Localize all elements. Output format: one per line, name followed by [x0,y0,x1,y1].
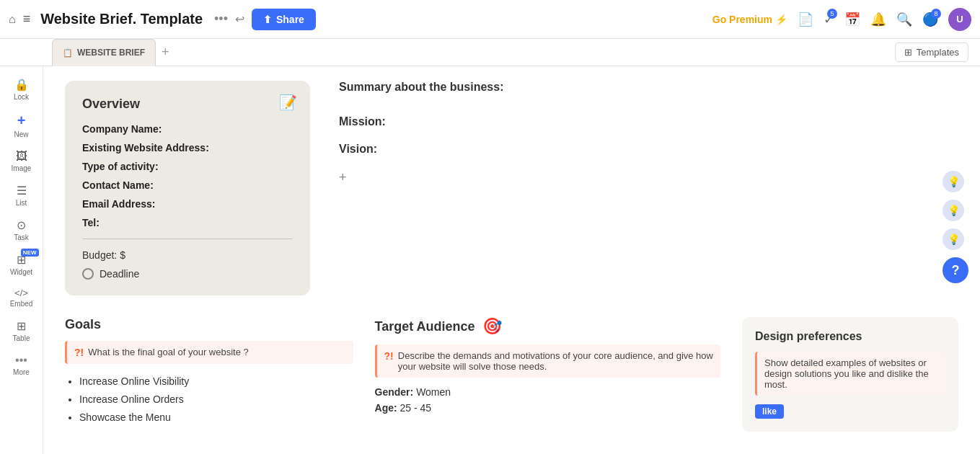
lock-icon: 🔒 [14,78,29,92]
more-icon: ••• [15,354,27,367]
mission-label: Mission: [339,115,958,128]
overview-website: Existing Website Address: [82,142,293,153]
overview-deadline: Deadline [82,268,293,280]
list-item: Showcase the Menu [79,409,353,427]
bell-icon[interactable]: 🔔 [870,12,886,27]
sidebar-item-list[interactable]: ☰ List [3,179,40,211]
overview-email: Email Address: [82,198,293,210]
main-layout: 🔒 Lock + New 🖼 Image ☰ List ⊙ Task NEW ⊞… [0,66,980,454]
business-summary-section: Summary about the business: Mission: Vis… [310,81,958,317]
edit-icon[interactable]: 📝 [279,94,297,111]
top-section: Overview 📝 Company Name: Existing Websit… [65,81,958,317]
current-tab[interactable]: 📋 WEBSITE BRIEF [52,39,156,66]
list-icon: ☰ [17,184,27,197]
share-button[interactable]: ⬆ Share [252,9,316,30]
undo-icon[interactable]: ↩ [235,12,244,26]
vision-label: Vision: [339,143,958,156]
menu-icon[interactable]: ≡ [23,12,31,27]
tag-like[interactable]: like [755,404,784,419]
sidebar-item-embed[interactable]: </> Embed [3,283,40,312]
document-title: Website Brief. Template [40,11,203,27]
tabbar: 📋 WEBSITE BRIEF + ⊞ Templates [0,39,980,66]
overview-company: Company Name: [82,123,293,135]
target-icon: 🎯 [482,317,502,336]
task-icon: ⊙ [17,218,26,232]
goals-section: Goals ?! What is the final goal of your … [65,317,353,432]
document-icon[interactable]: 📄 [798,12,813,27]
sidebar-item-more[interactable]: ••• More [3,350,40,380]
mission-section: Mission: [339,115,958,128]
topbar: ⌂ ≡ Website Brief. Template ••• ↩ ⬆ Shar… [0,0,980,39]
add-tab-button[interactable]: + [162,45,169,60]
radio-deadline[interactable] [82,268,94,280]
target-age: Age: 25 - 45 [375,402,720,414]
tab-icon: 📋 [63,48,73,58]
sidebar-item-lock[interactable]: 🔒 Lock [3,74,40,105]
embed-icon: </> [14,288,28,298]
overview-card: Overview 📝 Company Name: Existing Websit… [65,81,310,295]
hint-icon2: ?! [384,350,394,362]
overview-title: Overview [82,97,293,112]
floating-btn-3[interactable]: 💡 [943,228,964,250]
table-icon: ⊞ [17,319,26,333]
sidebar-item-widget[interactable]: NEW ⊞ Widget [3,249,40,280]
left-sidebar: 🔒 Lock + New 🖼 Image ☰ List ⊙ Task NEW ⊞… [0,66,43,454]
goals-list: Increase Online Visibility Increase Onli… [65,373,353,427]
divider [82,239,293,239]
calendar-icon[interactable]: 📅 [844,12,860,27]
floating-buttons: 💡 💡 💡 ? [943,171,968,283]
lightning-icon: ⚡ [775,14,787,25]
summary-title: Summary about the business: [339,81,958,94]
help-button[interactable]: ? [943,257,968,283]
sidebar-item-image[interactable]: 🖼 Image [3,146,40,177]
design-hint-box: Show detailed examples of websites or de… [755,352,945,396]
add-content-button[interactable]: + [339,170,347,184]
notification-icon[interactable]: 🔵 8 [922,12,938,27]
floating-btn-2[interactable]: 💡 [943,200,964,221]
target-title: Target Audience 🎯 [375,317,720,336]
design-title: Design preferences [755,330,945,343]
image-icon: 🖼 [16,150,27,163]
goals-title: Goals [65,317,353,332]
templates-button[interactable]: ⊞ Templates [895,43,968,62]
list-item: Increase Online Visibility [79,373,353,391]
search-icon[interactable]: 🔍 [896,12,912,27]
new-badge: NEW [21,249,39,257]
target-hint-box: ?! Describe the demands and motivations … [375,344,720,378]
sidebar-item-new[interactable]: + New [3,108,40,143]
bottom-section: Goals ?! What is the final goal of your … [65,317,958,432]
overview-tel: Tel: [82,217,293,228]
more-options-icon[interactable]: ••• [214,12,228,27]
avatar[interactable]: U [948,8,971,31]
plus-icon: + [17,112,26,129]
topbar-right: Go Premium ⚡ 📄 ✓ 5 📅 🔔 🔍 🔵 8 U [712,8,971,31]
overview-budget: Budget: $ [82,249,293,261]
overview-activity: Type of activity: [82,161,293,172]
hint-icon: ?! [74,347,84,358]
badge-notif: 8 [931,9,941,19]
badge-check: 5 [827,9,837,19]
check-icon[interactable]: ✓ 5 [824,12,834,27]
goals-hint-box: ?! What is the final goal of your websit… [65,341,353,364]
templates-icon: ⊞ [904,47,912,58]
vision-section: Vision: [339,143,958,156]
go-premium-button[interactable]: Go Premium ⚡ [712,14,787,25]
home-icon[interactable]: ⌂ [9,13,16,26]
target-gender: Gender: Women [375,386,720,398]
floating-btn-1[interactable]: 💡 [943,171,964,192]
list-item: Increase Online Orders [79,391,353,409]
target-audience-section: Target Audience 🎯 ?! Describe the demand… [375,317,720,432]
design-tags: like [755,404,945,419]
overview-contact: Contact Name: [82,179,293,191]
share-icon: ⬆ [263,14,272,25]
sidebar-item-table[interactable]: ⊞ Table [3,315,40,347]
content-area: Overview 📝 Company Name: Existing Websit… [43,66,980,454]
design-preferences-section: Design preferences Show detailed example… [742,317,958,432]
business-summary: Summary about the business: [339,81,958,94]
sidebar-item-task[interactable]: ⊙ Task [3,214,40,246]
